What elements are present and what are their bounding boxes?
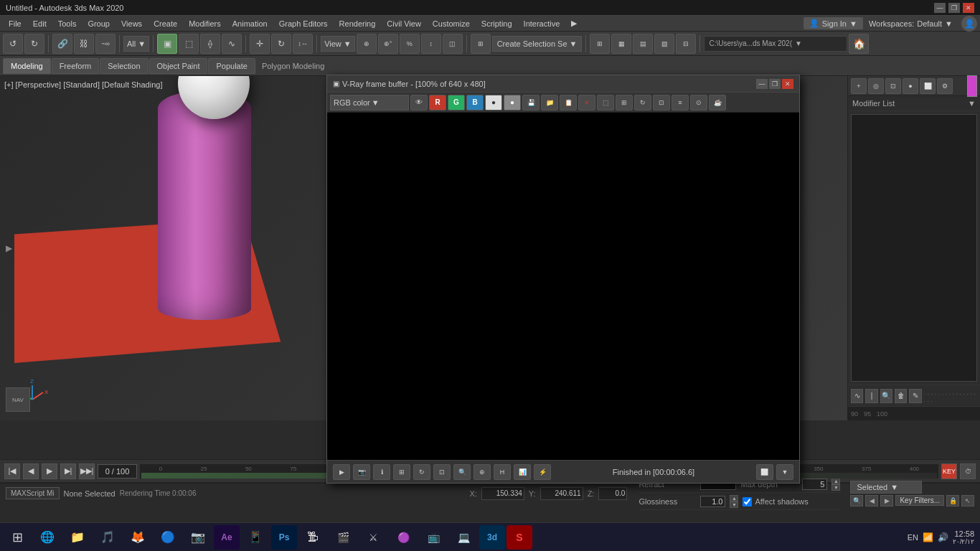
menu-group[interactable]: Group — [82, 18, 116, 29]
snap-angle-button[interactable]: ⊕° — [378, 34, 398, 54]
vray-history-btn[interactable]: ↻ — [634, 95, 651, 110]
vray-region-btn[interactable]: ⬚ — [597, 95, 614, 110]
tb-icon3[interactable]: ▤ — [633, 34, 653, 54]
nav-next-button[interactable]: ▶ — [880, 495, 893, 507]
vray-gray-btn[interactable]: ● — [504, 95, 521, 110]
taskbar-chrome[interactable]: 🔵 — [154, 524, 182, 550]
taskbar-cs[interactable]: ⚔ — [359, 524, 387, 550]
workspaces-value[interactable]: Default — [917, 19, 942, 28]
rotate-button[interactable]: ↻ — [271, 34, 291, 54]
frame-start-button[interactable]: |◀ — [4, 463, 20, 479]
tb-icon1[interactable]: ⊞ — [590, 34, 610, 54]
menu-interactive[interactable]: Interactive — [518, 18, 566, 29]
user-avatar[interactable]: 👤 — [961, 16, 977, 32]
taskbar-3dsmax[interactable]: 3d — [479, 525, 505, 550]
vray-status-btn1[interactable]: ▶ — [333, 464, 350, 480]
play-button[interactable]: ▶ — [42, 463, 57, 479]
rp-bottom-btn2[interactable]: | — [865, 389, 877, 403]
vray-expand-btn[interactable]: ⬜ — [756, 464, 773, 480]
rp-bottom-btn5[interactable]: ✎ — [909, 389, 921, 403]
key-mode-button[interactable]: KEY — [941, 463, 957, 479]
menu-graph-editors[interactable]: Graph Editors — [273, 18, 334, 29]
vray-minimize-button[interactable]: — — [756, 79, 768, 89]
next-frame-button[interactable]: ▶| — [60, 463, 76, 479]
vray-r-button[interactable]: R — [429, 95, 446, 110]
vray-settings-btn[interactable]: ⊡ — [653, 95, 670, 110]
undo-button[interactable]: ↺ — [3, 34, 23, 54]
view-dropdown[interactable]: View ▼ — [321, 36, 355, 52]
glossiness-spinner[interactable]: ▲ ▼ — [730, 495, 738, 508]
vray-lut-btn[interactable]: ≡ — [672, 95, 689, 110]
nav-cube[interactable]: NAV — [6, 387, 30, 412]
minimize-button[interactable]: — — [934, 3, 946, 13]
taskbar-whatsapp[interactable]: 📱 — [241, 524, 270, 550]
vray-status-btn2[interactable]: 📷 — [353, 464, 370, 480]
bind-button[interactable]: ~∞ — [95, 34, 116, 54]
link-button[interactable]: 🔗 — [52, 34, 72, 54]
vray-white-btn[interactable]: ● — [485, 95, 502, 110]
rp-btn2[interactable]: ◎ — [868, 78, 884, 94]
vray-cup-btn[interactable]: ☕ — [709, 95, 726, 110]
menu-customize[interactable]: Customize — [427, 18, 476, 29]
sign-in-area[interactable]: 👤 Sign In ▼ — [804, 17, 863, 29]
vray-restore-button[interactable]: ❐ — [769, 79, 781, 89]
ribbon-tab-selection[interactable]: Selection — [100, 58, 148, 74]
vray-save-img[interactable]: 💾 — [522, 95, 540, 110]
taskbar-explorer[interactable]: 📁 — [63, 524, 92, 550]
nav-prev-button[interactable]: ◀ — [865, 495, 878, 507]
snap-button[interactable]: ⊕ — [357, 34, 377, 54]
taskbar-archive[interactable]: 🗜 — [298, 524, 327, 550]
rp-btn4[interactable]: ● — [903, 78, 918, 94]
taskbar-ae[interactable]: Ae — [214, 525, 240, 550]
select-region-button[interactable]: ⬚ — [179, 34, 199, 54]
vray-lens-btn[interactable]: ⊙ — [690, 95, 707, 110]
taskbar-ps[interactable]: Ps — [271, 525, 297, 550]
prev-frame-button[interactable]: ◀ — [23, 463, 39, 479]
vray-status-btn6[interactable]: ⊡ — [433, 464, 451, 480]
frame-input[interactable] — [98, 464, 137, 479]
frame-end-button[interactable]: ▶▶| — [79, 463, 95, 479]
rp-btn6[interactable]: ⚙ — [937, 78, 953, 94]
vray-status-btn4[interactable]: ⊞ — [393, 464, 410, 480]
ribbon-tab-objectpaint[interactable]: Object Paint — [149, 58, 208, 74]
tb-icon2[interactable]: ▦ — [611, 34, 631, 54]
x-coord-input[interactable] — [481, 487, 524, 500]
taskbar-photo[interactable]: 📷 — [184, 524, 212, 550]
home-button[interactable]: 🏠 — [849, 34, 869, 54]
menu-tools[interactable]: Tools — [52, 18, 83, 29]
vray-status-btn7[interactable]: 🔍 — [453, 464, 471, 480]
taskbar-s[interactable]: S — [507, 525, 532, 550]
cursor-button[interactable]: ↖ — [961, 495, 974, 507]
scale-button[interactable]: ↕↔ — [293, 34, 313, 54]
lock-button[interactable]: 🔒 — [946, 495, 959, 507]
ribbon-tab-freeform[interactable]: Freeform — [52, 58, 100, 74]
rp-bottom-btn4[interactable]: 🗑 — [895, 389, 907, 403]
menu-animation[interactable]: Animation — [227, 18, 273, 29]
vray-clear-img[interactable]: ✕ — [578, 95, 595, 110]
vray-channel-dropdown[interactable]: RGB color ▼ — [330, 95, 409, 110]
sign-in-label[interactable]: Sign In — [822, 19, 847, 28]
menu-more[interactable]: ▶ — [565, 17, 583, 29]
menu-file[interactable]: File — [3, 18, 27, 29]
vray-close-button[interactable]: ✕ — [782, 79, 793, 89]
taskbar-app2[interactable]: 📺 — [419, 524, 448, 550]
affect-shadows-checkbox[interactable] — [743, 497, 752, 507]
move-button[interactable]: ✛ — [250, 34, 270, 54]
rp-bottom-btn1[interactable]: ∿ — [851, 389, 863, 403]
tb-icon5[interactable]: ⊟ — [676, 34, 696, 54]
mirror-button[interactable]: ◫ — [443, 34, 463, 54]
menu-rendering[interactable]: Rendering — [334, 18, 382, 29]
select-lasso-button[interactable]: ∿ — [222, 34, 242, 54]
taskbar-mpbe[interactable]: 🎬 — [329, 524, 357, 550]
glossiness-input[interactable] — [700, 496, 725, 507]
color-swatch-display[interactable] — [967, 75, 977, 97]
vray-eye-button[interactable]: 👁 — [410, 95, 428, 110]
y-coord-input[interactable] — [540, 487, 583, 500]
select-fence-button[interactable]: ⟠ — [200, 34, 220, 54]
ribbon-tab-modeling[interactable]: Modeling — [3, 58, 51, 74]
close-button[interactable]: ✕ — [963, 3, 974, 13]
filter-dropdown[interactable]: All ▼ — [123, 36, 149, 52]
spinner-snap-button[interactable]: ↕ — [421, 34, 441, 54]
tb-icon4[interactable]: ▧ — [654, 34, 674, 54]
taskbar-app3[interactable]: 💻 — [449, 524, 478, 550]
